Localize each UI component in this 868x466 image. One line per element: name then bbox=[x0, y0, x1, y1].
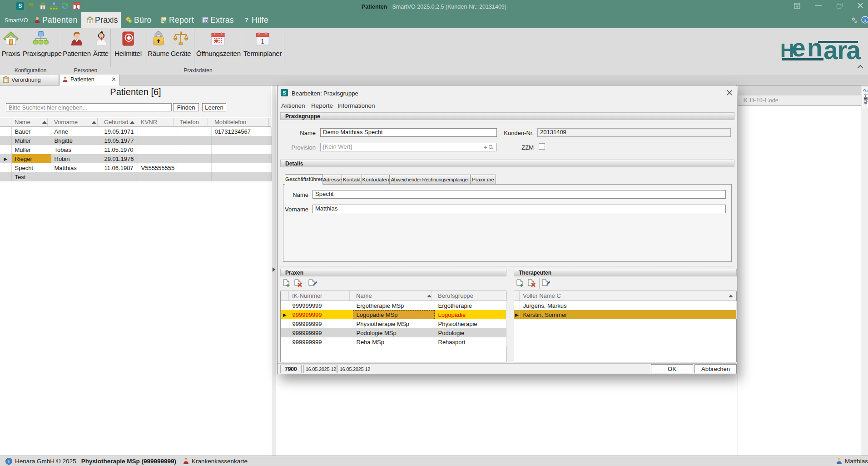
svg-text:i: i bbox=[8, 459, 10, 464]
svg-text:1: 1 bbox=[261, 37, 264, 45]
svg-text:i: i bbox=[864, 17, 866, 23]
svg-text:€: € bbox=[129, 20, 131, 23]
svg-text:?: ? bbox=[245, 16, 249, 24]
